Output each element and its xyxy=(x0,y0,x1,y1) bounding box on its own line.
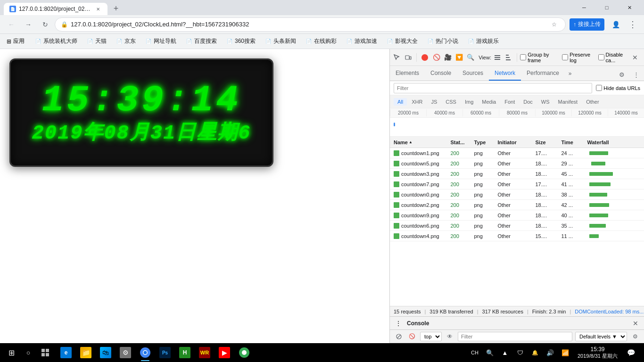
taskbar-app-edge[interactable]: e xyxy=(57,343,75,362)
type-filter-media[interactable]: Media xyxy=(478,98,500,106)
bookmark-item-2[interactable]: 📄 天猫 xyxy=(83,36,110,46)
screenshot-button[interactable]: 🎥 xyxy=(443,51,453,64)
tab-performance[interactable]: Performance xyxy=(521,66,565,81)
tab-console[interactable]: Console xyxy=(425,66,457,81)
table-row[interactable]: countdown2.png 200 png Other 18.... 42 .… xyxy=(390,200,644,210)
preserve-log-checkbox[interactable] xyxy=(562,54,568,60)
type-filter-ws[interactable]: WS xyxy=(537,98,553,106)
volume-icon[interactable]: 🔊 xyxy=(544,343,557,362)
bookmark-item-12[interactable]: 📄 游戏娱乐 xyxy=(464,36,503,46)
taskbar-app-chrome2[interactable] xyxy=(235,343,254,362)
inspect-element-button[interactable] xyxy=(392,51,402,64)
menu-button[interactable]: ⋮ xyxy=(625,17,640,32)
devtools-settings-button[interactable]: ⚙ xyxy=(616,68,628,81)
taskbar-app-store[interactable]: 🛍 xyxy=(96,343,115,362)
bookmark-item-5[interactable]: 📄 百度搜索 xyxy=(182,36,221,46)
minimize-button[interactable]: ─ xyxy=(573,0,595,15)
record-button[interactable] xyxy=(420,51,430,64)
console-context-select[interactable]: top xyxy=(420,332,442,341)
table-row[interactable]: countdown4.png 200 png Other 15.... 11 .… xyxy=(390,231,644,241)
address-bar[interactable]: 🔒 127.0.0.1:8020/project_02/ClockLed.htm… xyxy=(55,17,566,32)
taskbar-app-winrar[interactable]: WR xyxy=(195,343,214,362)
console-close-button[interactable]: ✕ xyxy=(631,319,640,328)
th-status[interactable]: Stat... xyxy=(449,140,472,145)
dom-content-loaded-link[interactable]: DOMContentLoaded: 98 ms... xyxy=(575,309,644,314)
tab-close-button[interactable]: ✕ xyxy=(94,5,102,13)
bookmark-button[interactable]: ☆ xyxy=(548,19,560,30)
search-button[interactable]: 🔍 xyxy=(465,51,476,64)
th-name[interactable]: Name xyxy=(392,140,449,145)
taskbar-app-settings[interactable]: ⚙ xyxy=(116,343,135,362)
th-waterfall[interactable]: Waterfall xyxy=(586,140,643,145)
taskbar-clock[interactable]: 15:39 2019/8/31 星期六 xyxy=(574,343,621,362)
profile-button[interactable]: 👤 xyxy=(608,17,623,32)
type-filter-all[interactable]: All xyxy=(394,98,407,106)
disable-cache-checkbox[interactable] xyxy=(598,54,604,60)
console-filter-input[interactable] xyxy=(458,332,572,341)
group-by-frame-checkbox[interactable] xyxy=(520,54,526,60)
task-view-button[interactable] xyxy=(36,343,55,362)
hide-data-urls-label[interactable]: Hide data URLs xyxy=(596,85,640,91)
taskbar-app-hbuilder[interactable]: H xyxy=(175,343,194,362)
console-stop-button[interactable]: 🚫 xyxy=(407,331,417,342)
table-row[interactable]: countdown0.png 200 png Other 18.... 38 .… xyxy=(390,189,644,200)
type-filter-xhr[interactable]: XHR xyxy=(408,98,426,106)
table-row[interactable]: countdown3.png 200 png Other 18.... 45 .… xyxy=(390,169,644,179)
notification-center-button[interactable]: 💬 xyxy=(623,343,638,362)
disable-cache-label[interactable]: Disable ca... xyxy=(598,52,629,63)
start-button[interactable]: ⊞ xyxy=(2,343,21,362)
active-tab[interactable]: 📄 127.0.0.1:8020/project_02/Clo... ✕ xyxy=(4,3,107,15)
forward-button[interactable]: → xyxy=(21,17,36,32)
console-levels-select[interactable]: Default levels ▼ xyxy=(575,332,627,341)
system-tray-arrow[interactable]: ▲ xyxy=(498,343,512,362)
security-icon[interactable]: 🛡 xyxy=(513,343,527,362)
extension-upload-button[interactable]: ↑ 接接上传 xyxy=(570,18,604,31)
clear-button[interactable]: 🚫 xyxy=(431,51,441,64)
more-tabs-button[interactable]: » xyxy=(565,66,576,81)
bookmark-item-1[interactable]: 📄 系统装机大师 xyxy=(31,36,81,46)
console-menu-button[interactable]: ⋮ xyxy=(394,319,403,328)
tab-network[interactable]: Network xyxy=(489,66,521,81)
maximize-button[interactable]: □ xyxy=(596,0,618,15)
th-type[interactable]: Type xyxy=(472,140,496,145)
th-size[interactable]: Size xyxy=(534,140,560,145)
network-wifi-icon[interactable]: 📶 xyxy=(559,343,572,362)
type-filter-font[interactable]: Font xyxy=(501,98,519,106)
notification-icon[interactable]: 🔔 xyxy=(528,343,542,362)
devtools-close-button[interactable]: ✕ xyxy=(630,51,640,64)
type-filter-js[interactable]: JS xyxy=(427,98,441,106)
language-indicator[interactable]: CH xyxy=(468,343,481,362)
console-settings-button[interactable]: ⚙ xyxy=(630,331,640,342)
close-button[interactable]: ✕ xyxy=(619,0,640,15)
type-filter-other[interactable]: Other xyxy=(582,98,603,106)
console-eye-button[interactable]: 👁 xyxy=(445,331,455,342)
type-filter-manifest[interactable]: Manifest xyxy=(554,98,582,106)
table-row[interactable]: countdown9.png 200 png Other 18.... 40 .… xyxy=(390,210,644,221)
table-row[interactable]: countdown1.png 200 png Other 17.... 24 .… xyxy=(390,148,644,158)
search-button[interactable]: ○ xyxy=(21,345,36,360)
th-time[interactable]: Time xyxy=(560,140,586,145)
table-row[interactable]: countdown5.png 200 png Other 18.... 29 .… xyxy=(390,158,644,169)
bookmark-item-8[interactable]: 📄 在线购彩 xyxy=(302,36,340,46)
table-row[interactable]: countdown7.png 200 png Other 17.... 41 .… xyxy=(390,179,644,189)
taskbar-app-media[interactable]: ▶ xyxy=(215,343,234,362)
bookmark-item-10[interactable]: 📄 影视大全 xyxy=(383,36,421,46)
devtools-more-button[interactable]: ⋮ xyxy=(630,68,642,81)
taskbar-app-chrome[interactable] xyxy=(136,343,155,362)
type-filter-doc[interactable]: Doc xyxy=(520,98,537,106)
preserve-log-label[interactable]: Preserve log xyxy=(562,52,593,63)
bookmark-item-4[interactable]: 📄 网址导航 xyxy=(141,36,180,46)
taskbar-app-explorer[interactable]: 📁 xyxy=(76,343,95,362)
type-filter-img[interactable]: Img xyxy=(461,98,477,106)
network-filter-input[interactable] xyxy=(394,83,592,93)
bookmark-item-7[interactable]: 📄 头条新闻 xyxy=(261,36,300,46)
bookmarks-apps-item[interactable]: ⊞ 应用 xyxy=(4,36,27,46)
reload-button[interactable]: ↻ xyxy=(38,17,53,32)
list-view-button[interactable] xyxy=(492,51,503,64)
group-by-frame-label[interactable]: Group by frame xyxy=(520,52,557,63)
back-button[interactable]: ← xyxy=(4,17,19,32)
bookmark-item-3[interactable]: 📄 京东 xyxy=(112,36,140,46)
taskbar-app-ps[interactable]: Ps xyxy=(156,343,174,362)
filter-toggle-button[interactable]: 🔽 xyxy=(454,51,464,64)
tab-sources[interactable]: Sources xyxy=(457,66,489,81)
